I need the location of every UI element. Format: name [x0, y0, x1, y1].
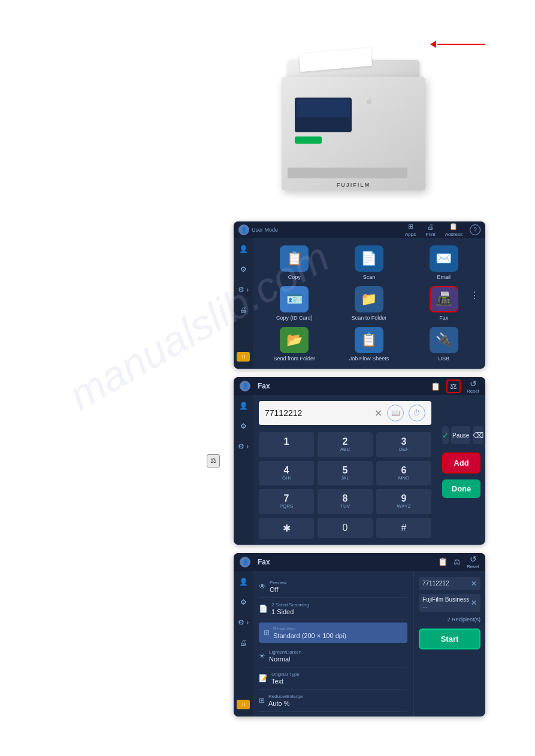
user-mode-label: User Mode	[252, 227, 278, 233]
sidebar-print-icon[interactable]: 🖨	[237, 304, 249, 316]
fax-start-button[interactable]: Start	[419, 629, 480, 649]
fax-settings-body: 👤 ⚙ ⚙ › 🖨 ⏸ 👁 Preview Off	[234, 571, 485, 716]
apps-grid-container: 📋 Copy 📄 Scan ✉️ Email 🪪	[253, 238, 485, 369]
topbar-tabs: ⊞ Apps 🖨 Print 📋 Address	[405, 223, 463, 237]
settings-sidebar-pause-button[interactable]: ⏸	[237, 700, 250, 709]
fax-settings-section: 👤 Fax 📋 ⚖ ↺ Reset 👤 ⚙ ⚙ › 🖨 ⏸	[0, 553, 535, 716]
preview-value: Off	[270, 586, 286, 593]
home-sidebar: 👤 ⚙ ⚙ › 🖨 ⏸	[234, 238, 253, 369]
app-fax[interactable]: 📠 Fax	[409, 286, 478, 321]
preview-label: Preview	[270, 580, 286, 585]
original-type-label: Original Type	[271, 672, 300, 677]
key-7[interactable]: 7PQRS	[259, 489, 314, 514]
app-job-flow-sheets[interactable]: 📋 Job Flow Sheets	[335, 327, 404, 362]
fax-recipients-panel: 77112212 ✕ FujiFilm Business ... ✕ 2 Rec…	[413, 571, 485, 716]
fax-settings-icon[interactable]: ⚖	[446, 379, 461, 393]
settings-row-original-type[interactable]: 📝 Original Type Text	[259, 667, 407, 690]
key-6[interactable]: 6MNO	[376, 461, 431, 486]
printer-arrow	[430, 41, 485, 48]
sidebar-pause-button[interactable]: ⏸	[237, 352, 250, 362]
fax-reset-button[interactable]: ↺ Reset	[467, 379, 479, 394]
recipient-count: 2 Recipient(s)	[419, 617, 480, 623]
settings-sidebar-scan-icon[interactable]: ⚙ ›	[237, 617, 249, 629]
key-zero[interactable]: 0	[318, 518, 373, 538]
home-screen-panel: 👤 User Mode ⊞ Apps 🖨 Print 📋 Address ?	[234, 221, 485, 369]
key-9[interactable]: 9WXYZ	[376, 489, 431, 514]
fax-dialer-panel: 👤 Fax 📋 ⚖ ↺ Reset 👤 ⚙ ⚙ ›	[234, 377, 485, 545]
fax-right-buttons: ✓ Pause ⌫ Add Done	[437, 395, 485, 545]
2sided-label: 2 Sided Scanning	[271, 602, 309, 608]
app-scan[interactable]: 📄 Scan	[335, 245, 404, 280]
help-button[interactable]: ?	[470, 224, 480, 235]
send-folder-icon: 📂	[280, 327, 309, 353]
home-panel-body: 👤 ⚙ ⚙ › 🖨 ⏸ 📋 Copy 📄	[234, 238, 485, 369]
key-4[interactable]: 4GHI	[259, 461, 314, 486]
fax-phonebook-icon[interactable]: 📖	[387, 405, 404, 421]
original-type-value: Text	[271, 678, 300, 685]
fax-add-button[interactable]: Add	[442, 453, 480, 473]
printer-image: FUJIFILM	[276, 36, 431, 192]
fax-settings-contacts-icon[interactable]: 📋	[438, 557, 448, 566]
key-star[interactable]: ✱	[259, 518, 314, 539]
resolution-label: Resolution	[273, 626, 346, 631]
fax-sidebar-adjust-icon[interactable]: ⚙	[237, 420, 249, 432]
tab-print[interactable]: 🖨 Print	[425, 223, 435, 237]
recipient-2-name: FujiFilm Business ...	[422, 596, 471, 609]
resolution-value: Standard (200 × 100 dpi)	[273, 632, 346, 639]
settings-sidebar-print-icon[interactable]: 🖨	[237, 637, 249, 649]
sidebar-settings-icon[interactable]: ⚙ ›	[237, 284, 249, 296]
fax-dialer-sidebar: 👤 ⚙ ⚙ ›	[234, 395, 253, 545]
fax-history-icon[interactable]: ⏱	[409, 405, 425, 421]
recipient-2[interactable]: FujiFilm Business ... ✕	[419, 594, 480, 612]
fax-clear-button[interactable]: ✕	[374, 408, 382, 419]
app-email[interactable]: ✉️ Email	[409, 245, 478, 280]
fax-confirm-icon[interactable]: ✓	[442, 426, 449, 444]
settings-row-preview[interactable]: 👁 Preview Off	[259, 576, 407, 598]
email-icon: ✉️	[430, 245, 458, 272]
recipient-1[interactable]: 77112212 ✕	[419, 577, 480, 590]
app-copy-id-card[interactable]: 🪪 Copy (ID Card)	[260, 286, 329, 321]
settings-row-2sided[interactable]: 📄 2 Sided Scanning 1 Sided	[259, 598, 407, 620]
home-screen-section: 👤 User Mode ⊞ Apps 🖨 Print 📋 Address ?	[0, 221, 535, 369]
fax-user-icon: 👤	[240, 381, 250, 391]
settings-row-reduce-enlarge[interactable]: ⊞ Reduce/Enlarge Auto %	[259, 690, 407, 712]
fax-done-button[interactable]: Done	[442, 479, 480, 498]
fax-contacts-icon[interactable]: 📋	[431, 382, 440, 391]
recipient-1-number: 77112212	[422, 580, 449, 587]
settings-sidebar-adjust-icon[interactable]: ⚙	[237, 596, 249, 608]
settings-row-resolution[interactable]: ⊞ Resolution Standard (200 × 100 dpi)	[259, 623, 407, 643]
fax-sidebar-settings-icon[interactable]: ⚙ ›	[237, 441, 249, 453]
fax-main-area: 77112212 ✕ 📖 ⏱ 1 2ABC 3DEF 4GHI 5JKL 6MN…	[253, 395, 437, 545]
app-send-from-folder[interactable]: 📂 Send from Folder	[260, 327, 329, 362]
more-options-dots[interactable]: ⋮	[470, 290, 479, 301]
printer-section: FUJIFILM	[0, 0, 535, 221]
keypad-bottom-row: ✱ 0 #	[259, 518, 431, 539]
recipient-2-remove-button[interactable]: ✕	[471, 599, 477, 607]
app-copy[interactable]: 📋 Copy	[260, 245, 329, 280]
apps-grid-icon: ⊞	[408, 223, 413, 230]
key-2[interactable]: 2ABC	[318, 432, 373, 457]
fax-settings-filter-icon[interactable]: ⚖	[454, 557, 461, 566]
user-icon: 👤	[238, 224, 249, 235]
home-topbar: 👤 User Mode ⊞ Apps 🖨 Print 📋 Address ?	[234, 221, 485, 238]
fax-pause-label[interactable]: Pause	[451, 426, 470, 444]
app-scan-to-folder[interactable]: 📁 Scan to Folder	[335, 286, 404, 321]
fax-settings-list: 👁 Preview Off 📄 2 Sided Scanning 1 Sided	[253, 571, 413, 716]
sidebar-adjust-icon[interactable]: ⚙	[237, 263, 249, 275]
key-3[interactable]: 3DEF	[376, 432, 431, 457]
key-hash[interactable]: #	[376, 518, 431, 538]
reduce-enlarge-label: Reduce/Enlarge	[268, 694, 303, 699]
recipient-1-remove-button[interactable]: ✕	[471, 579, 477, 588]
settings-row-lighten[interactable]: ☀ Lighten/Darken Normal	[259, 645, 407, 667]
tab-address[interactable]: 📋 Address	[445, 223, 463, 237]
key-1[interactable]: 1	[259, 432, 314, 457]
app-usb[interactable]: 🔌 USB	[409, 327, 478, 362]
key-8[interactable]: 8TUV	[318, 489, 373, 514]
fax-dialer-topbar: 👤 Fax 📋 ⚖ ↺ Reset	[234, 377, 485, 395]
fax-settings-reset-button[interactable]: ↺ Reset	[467, 554, 479, 569]
fax-backspace-icon[interactable]: ⌫	[473, 426, 483, 444]
tab-apps[interactable]: ⊞ Apps	[405, 223, 416, 237]
copy-id-icon: 🪪	[280, 286, 309, 312]
fax-dialer-body: 👤 ⚙ ⚙ › 77112212 ✕ 📖 ⏱ 1 2ABC 3DEF	[234, 395, 485, 545]
key-5[interactable]: 5JKL	[318, 461, 373, 486]
